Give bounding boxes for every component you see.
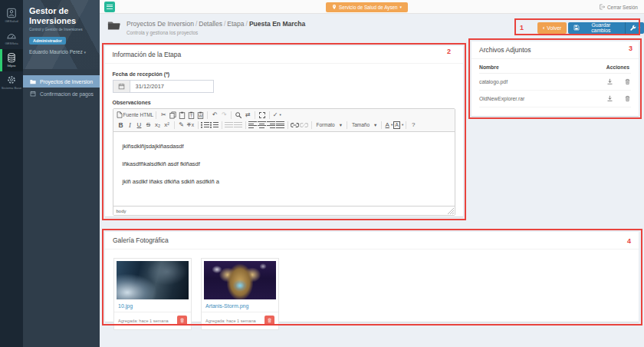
paste-icon[interactable] bbox=[177, 111, 186, 120]
delete-photo-button[interactable] bbox=[264, 316, 274, 326]
coins-icon bbox=[6, 52, 17, 63]
delete-photo-button[interactable] bbox=[177, 316, 187, 326]
bold-button[interactable]: B bbox=[117, 121, 126, 130]
source-html-button[interactable]: Fuente HTML bbox=[117, 111, 154, 120]
role-badge: Administrador bbox=[29, 37, 66, 45]
remove-format-icon[interactable]: Tx bbox=[186, 121, 196, 130]
etapa-panel-title: Información de la Etapa bbox=[105, 46, 463, 64]
editor-footer: body bbox=[113, 206, 455, 215]
trash-icon[interactable] bbox=[624, 78, 631, 85]
sidebar: Gestor de Inversiones Control y Gestión … bbox=[23, 0, 100, 347]
copy-icon[interactable] bbox=[168, 111, 177, 120]
column-acciones: Acciones bbox=[567, 61, 631, 74]
numbered-list-icon[interactable] bbox=[201, 121, 210, 130]
align-left-icon[interactable] bbox=[248, 121, 258, 130]
rail-item-sistema-base[interactable]: Sistema Base bbox=[0, 71, 23, 94]
decrease-indent-icon[interactable] bbox=[225, 121, 234, 130]
file-name: OldNewExplorer.rar bbox=[479, 91, 567, 107]
photo-thumbnail-storm-clouds[interactable] bbox=[117, 261, 189, 299]
photo-name-link[interactable]: 10.jpg bbox=[118, 303, 189, 309]
app-title: Gestor de Inversiones bbox=[29, 6, 94, 26]
italic-button[interactable]: I bbox=[126, 121, 135, 130]
location-selector-button[interactable]: Servicio de Salud de Aysen ▾ bbox=[326, 2, 408, 12]
breadcrumb-etapa[interactable]: Etapa bbox=[227, 20, 244, 28]
table-row: OldNewExplorer.rar bbox=[479, 91, 631, 107]
breadcrumb: Proyectos De Inversion/Detalles/Etapa/Pu… bbox=[107, 20, 305, 35]
format-select[interactable]: Formato▾ bbox=[314, 122, 344, 128]
rich-text-editor: Fuente HTML ✂ T bbox=[113, 108, 455, 216]
tools-dropdown-button[interactable]: ▾ bbox=[625, 22, 644, 34]
back-button[interactable]: ‹ Volver bbox=[537, 22, 567, 34]
rail-item-ittipro-active[interactable]: IttIpro bbox=[0, 49, 23, 71]
font-size-select[interactable]: Tamaño▾ bbox=[350, 122, 379, 128]
fecha-recepcion-input[interactable] bbox=[130, 80, 214, 93]
save-button[interactable]: Guardar cambios bbox=[568, 22, 625, 34]
underline-button[interactable]: U bbox=[135, 121, 144, 130]
about-editor-button[interactable]: ? bbox=[409, 121, 418, 130]
paste-as-text-icon[interactable]: T bbox=[186, 111, 196, 120]
align-right-icon[interactable] bbox=[267, 121, 276, 130]
breadcrumb-root[interactable]: Proyectos De Inversion bbox=[127, 20, 194, 28]
photo-card: Artanis-Storm.png Agregada: hace 1 seman… bbox=[201, 258, 279, 330]
undo-icon[interactable]: ↶ bbox=[210, 111, 219, 120]
photo-added-label: Agregada: hace 1 semana bbox=[205, 319, 256, 323]
folder-icon bbox=[30, 79, 36, 84]
replace-icon[interactable]: ⇄ bbox=[243, 111, 252, 120]
editor-toolbar: Fuente HTML ✂ T bbox=[113, 109, 455, 132]
wrench-icon bbox=[629, 25, 636, 31]
download-icon[interactable] bbox=[606, 95, 613, 102]
calendar-icon bbox=[113, 80, 130, 93]
sidebar-item-proyectos[interactable]: Proyectos de Inversion bbox=[23, 75, 100, 88]
photo-added-label: Agregada: hace 1 semana bbox=[118, 319, 169, 323]
breadcrumb-detalles[interactable]: Detalles bbox=[199, 20, 222, 28]
unlink-icon[interactable] bbox=[300, 121, 309, 130]
copy-formatting-icon[interactable]: ✎ bbox=[177, 121, 186, 130]
column-nombre: Nombre bbox=[479, 61, 567, 74]
calendar-icon bbox=[30, 91, 36, 97]
logout-button[interactable]: Cerrar Sesión bbox=[599, 4, 638, 10]
sidebar-menu: Proyectos de Inversion Confirmacion de p… bbox=[23, 75, 100, 100]
sidebar-toggle-button[interactable] bbox=[104, 2, 115, 12]
find-icon[interactable] bbox=[234, 111, 243, 120]
rail-item-gesflota[interactable]: GESflota bbox=[0, 27, 23, 49]
page-actions: ‹ Volver Guardar cambios ▾ bbox=[537, 22, 644, 34]
cut-icon[interactable]: ✂ bbox=[159, 111, 168, 120]
element-path-body[interactable]: body bbox=[113, 209, 127, 213]
trash-icon bbox=[267, 318, 272, 323]
link-icon[interactable] bbox=[291, 121, 300, 130]
editor-resize-grip[interactable] bbox=[448, 208, 454, 214]
photo-thumbnail-artanis[interactable] bbox=[204, 261, 276, 299]
align-center-icon[interactable] bbox=[258, 121, 267, 130]
hamburger-icon bbox=[107, 5, 113, 9]
redo-icon[interactable]: ↷ bbox=[219, 111, 228, 120]
increase-indent-icon[interactable] bbox=[234, 121, 243, 130]
subscript-button[interactable]: x₂ bbox=[153, 121, 163, 130]
rail-item-label: GESalud bbox=[5, 20, 18, 23]
gear-icon bbox=[6, 74, 17, 85]
align-justify-icon[interactable] bbox=[276, 121, 285, 130]
paste-from-word-icon[interactable]: W bbox=[196, 111, 205, 120]
rail-item-label: IttIpro bbox=[8, 64, 16, 68]
file-name: catalogo.pdf bbox=[479, 74, 567, 91]
bullet-list-icon[interactable] bbox=[210, 121, 219, 130]
spellcheck-icon[interactable]: ✓▾ bbox=[272, 111, 281, 120]
superscript-button[interactable]: x² bbox=[163, 121, 172, 130]
galeria-panel: Galería Fotográfica 10.jpg Agregada: hac… bbox=[105, 232, 639, 322]
photo-card: 10.jpg Agregada: hace 1 semana bbox=[113, 258, 192, 330]
select-all-icon[interactable] bbox=[258, 111, 267, 120]
download-icon[interactable] bbox=[606, 78, 613, 85]
text-color-button[interactable]: A▾ bbox=[384, 121, 393, 130]
sidebar-item-confirmacion[interactable]: Confirmacion de pagos bbox=[23, 88, 100, 100]
rail-item-gesalud[interactable]: GESalud bbox=[0, 5, 23, 27]
user-menu[interactable]: Eduardo Mauricio Perez ▾ bbox=[29, 49, 94, 55]
editor-content-area[interactable]: jklñsdklñjsdajklñasdasdf lñkasdfñkalsdfk… bbox=[113, 132, 455, 206]
background-color-button[interactable]: A▾ bbox=[393, 121, 403, 130]
map-pin-icon bbox=[332, 4, 337, 10]
chevron-down-icon: ▾ bbox=[638, 25, 640, 30]
app-screen: GESalud GESflota IttIpro Sistema Base Ge… bbox=[0, 0, 644, 347]
gauge-icon bbox=[6, 30, 17, 41]
etapa-panel: Información de la Etapa Fecha de recepci… bbox=[105, 46, 463, 216]
photo-name-link[interactable]: Artanis-Storm.png bbox=[205, 303, 276, 309]
trash-icon[interactable] bbox=[624, 95, 631, 102]
strikethrough-button[interactable]: S bbox=[144, 121, 153, 130]
